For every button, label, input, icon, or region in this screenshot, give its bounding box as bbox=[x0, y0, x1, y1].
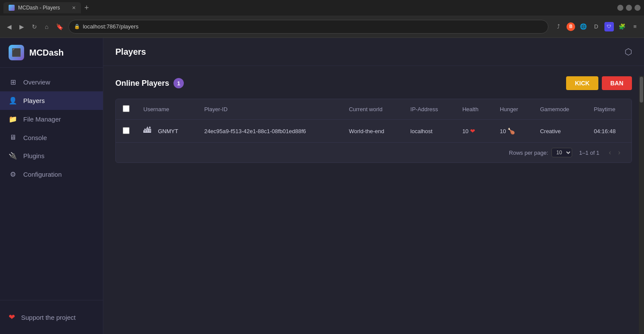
tab-favicon-icon bbox=[9, 5, 15, 11]
support-item[interactable]: ❤ Support the project bbox=[0, 307, 103, 327]
dashlane-icon[interactable]: D bbox=[591, 22, 601, 31]
translate-icon[interactable]: 🌐 bbox=[579, 22, 588, 31]
share-icon[interactable]: ⤴ bbox=[554, 22, 563, 31]
ban-button[interactable]: BAN bbox=[602, 76, 632, 90]
health-cell: 10 ❤ bbox=[462, 128, 486, 134]
sidebar-item-label-plugins: Plugins bbox=[23, 152, 44, 159]
browser-scrollbar[interactable] bbox=[639, 76, 644, 334]
table-header: Username Player-ID Current world IP-Addr… bbox=[116, 99, 632, 120]
table-header-row: Username Player-ID Current world IP-Addr… bbox=[116, 99, 632, 120]
main-body: Online Players 1 KICK BAN Username bbox=[103, 66, 644, 334]
players-icon: 👤 bbox=[9, 97, 17, 105]
header-gamemode: Gamemode bbox=[533, 99, 587, 120]
players-table: Username Player-ID Current world IP-Addr… bbox=[116, 99, 632, 142]
plugins-icon: 🔌 bbox=[9, 152, 17, 160]
section-header: Online Players 1 KICK BAN bbox=[115, 76, 632, 90]
sidebar-item-label-configuration: Configuration bbox=[23, 171, 62, 178]
sidebar-item-plugins[interactable]: 🔌 Plugins bbox=[0, 147, 103, 165]
hunger-value: 10 bbox=[500, 128, 506, 134]
configuration-icon: ⚙ bbox=[9, 170, 17, 178]
main-content: Players ⬡ Online Players 1 KICK BAN bbox=[103, 38, 644, 334]
sidebar-nav: ⊞ Overview 👤 Players 📁 File Manager 🖥 Co… bbox=[0, 68, 103, 300]
row-ip-address: localhost bbox=[403, 120, 455, 143]
reload-button[interactable]: ↻ bbox=[29, 22, 40, 32]
rows-per-page-label: Rows per page: bbox=[509, 150, 548, 156]
sidebar-item-configuration[interactable]: ⚙ Configuration bbox=[0, 165, 103, 184]
sidebar-support: ❤ Support the project bbox=[0, 300, 103, 334]
sidebar-item-overview[interactable]: ⊞ Overview bbox=[0, 73, 103, 91]
row-select[interactable] bbox=[116, 120, 136, 143]
header-ip-address: IP-Address bbox=[403, 99, 455, 120]
sidebar-item-players[interactable]: 👤 Players bbox=[0, 91, 103, 110]
row-checkbox[interactable] bbox=[123, 127, 130, 134]
header-health: Health bbox=[455, 99, 493, 120]
overview-icon: ⊞ bbox=[9, 78, 17, 86]
row-player-id: 24ec95a9-f513-42e1-88c1-08fb01ed88f6 bbox=[197, 120, 342, 143]
sidebar-item-file-manager[interactable]: 📁 File Manager bbox=[0, 110, 103, 128]
minimize-button[interactable] bbox=[617, 5, 623, 11]
sidebar-header: ⬛ MCDash bbox=[0, 38, 103, 68]
rows-per-page: Rows per page: 10 25 50 bbox=[509, 148, 572, 157]
section-actions: KICK BAN bbox=[566, 76, 632, 90]
player-name-text: GNMYT bbox=[158, 128, 178, 134]
prev-page-button[interactable]: ‹ bbox=[606, 148, 613, 157]
sidebar-item-console[interactable]: 🖥 Console bbox=[0, 128, 103, 147]
file-manager-icon: 📁 bbox=[9, 115, 17, 123]
next-page-button[interactable]: › bbox=[616, 148, 623, 157]
player-name-cell: 🏙 GNMYT bbox=[143, 126, 190, 136]
header-current-world: Current world bbox=[342, 99, 403, 120]
close-button[interactable] bbox=[635, 5, 641, 11]
row-health: 10 ❤ bbox=[455, 120, 493, 143]
browser-titlebar: MCDash - Players ✕ + bbox=[0, 0, 644, 16]
select-all-checkbox[interactable] bbox=[123, 105, 130, 112]
scrollbar-thumb[interactable] bbox=[640, 77, 643, 103]
export-icon[interactable]: ⬡ bbox=[625, 47, 632, 57]
bookmark-button[interactable]: 🔖 bbox=[53, 22, 66, 32]
player-avatar: 🏙 bbox=[143, 126, 154, 136]
home-button[interactable]: ⌂ bbox=[42, 22, 51, 32]
console-icon: 🖥 bbox=[9, 134, 17, 141]
row-playtime: 04:16:48 bbox=[587, 120, 632, 143]
heart-health-icon: ❤ bbox=[470, 128, 475, 134]
health-value: 10 bbox=[462, 128, 468, 134]
table-body: 🏙 GNMYT 24ec95a9-f513-42e1-88c1-08fb01ed… bbox=[116, 120, 632, 143]
menu-icon[interactable]: ≡ bbox=[630, 22, 640, 31]
new-tab-button[interactable]: + bbox=[81, 3, 93, 12]
player-count-badge: 1 bbox=[173, 78, 184, 88]
kick-button[interactable]: KICK bbox=[566, 76, 598, 90]
section-title-group: Online Players 1 bbox=[115, 78, 184, 88]
sidebar-item-label-console: Console bbox=[23, 134, 47, 141]
extensions-icon[interactable]: 🧩 bbox=[617, 22, 627, 31]
players-table-wrapper: Username Player-ID Current world IP-Addr… bbox=[115, 99, 632, 163]
back-button[interactable]: ◀ bbox=[4, 22, 14, 32]
tab-title: MCDash - Players bbox=[18, 5, 60, 11]
tab-close-button[interactable]: ✕ bbox=[72, 5, 76, 11]
app-logo: ⬛ bbox=[9, 45, 24, 60]
sidebar-item-label-players: Players bbox=[23, 97, 45, 104]
app-brand: MCDash bbox=[29, 48, 64, 58]
header-username: Username bbox=[136, 99, 197, 120]
table-footer: Rows per page: 10 25 50 1–1 of 1 ‹ › bbox=[116, 142, 632, 162]
header-playtime: Playtime bbox=[587, 99, 632, 120]
bitwarden-icon[interactable]: 🛡 bbox=[604, 22, 614, 31]
row-username: 🏙 GNMYT bbox=[136, 120, 197, 143]
browser-tab[interactable]: MCDash - Players ✕ bbox=[3, 2, 81, 13]
header-hunger: Hunger bbox=[493, 99, 533, 120]
nav-icons-right: ⤴ B 🌐 D 🛡 🧩 ≡ bbox=[554, 22, 640, 31]
brave-shield-icon[interactable]: B bbox=[567, 22, 575, 31]
maximize-button[interactable] bbox=[626, 5, 632, 11]
rows-per-page-select[interactable]: 10 25 50 bbox=[551, 148, 572, 157]
address-lock-icon: 🔒 bbox=[74, 24, 80, 29]
browser-chrome: MCDash - Players ✕ + ◀ ▶ ↻ ⌂ 🔖 🔒 localho… bbox=[0, 0, 644, 38]
address-bar[interactable]: 🔒 localhost:7867/players bbox=[68, 20, 548, 34]
section-title: Online Players bbox=[115, 79, 169, 88]
forward-button[interactable]: ▶ bbox=[17, 22, 27, 32]
table-row: 🏙 GNMYT 24ec95a9-f513-42e1-88c1-08fb01ed… bbox=[116, 120, 632, 143]
row-hunger: 10 🍗 bbox=[493, 120, 533, 143]
heart-icon: ❤ bbox=[9, 312, 15, 322]
support-label: Support the project bbox=[21, 314, 76, 321]
address-text: localhost:7867/players bbox=[83, 23, 138, 30]
page-title: Players bbox=[115, 47, 146, 57]
pagination-buttons: ‹ › bbox=[606, 148, 623, 157]
row-current-world: World-the-end bbox=[342, 120, 403, 143]
